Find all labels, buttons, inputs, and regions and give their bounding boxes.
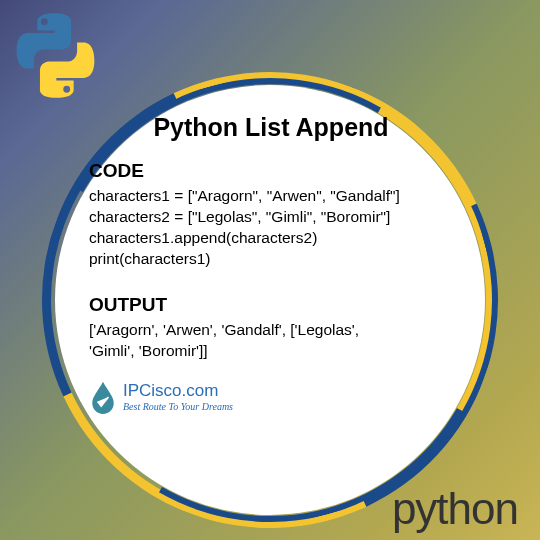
site-name: IPCisco.com (123, 381, 233, 401)
content-circle: Python List Append CODE characters1 = ["… (55, 85, 485, 515)
output-section-label: OUTPUT (89, 294, 453, 316)
output-line: 'Gimli', 'Boromir']] (89, 341, 453, 362)
page-title: Python List Append (89, 113, 453, 142)
python-wordmark: python (392, 484, 518, 534)
python-logo-icon (8, 8, 103, 103)
drop-icon (89, 380, 117, 414)
code-line: characters1 = ["Aragorn", "Arwen", "Gand… (89, 186, 453, 207)
code-line: characters1.append(characters2) (89, 228, 453, 249)
code-line: characters2 = ["Legolas", "Gimli", "Boro… (89, 207, 453, 228)
code-line: print(characters1) (89, 249, 453, 270)
output-line: ['Aragorn', 'Arwen', 'Gandalf', ['Legola… (89, 320, 453, 341)
code-section-label: CODE (89, 160, 453, 182)
attribution-block: IPCisco.com Best Route To Your Dreams (89, 380, 453, 414)
tagline: Best Route To Your Dreams (123, 401, 233, 412)
